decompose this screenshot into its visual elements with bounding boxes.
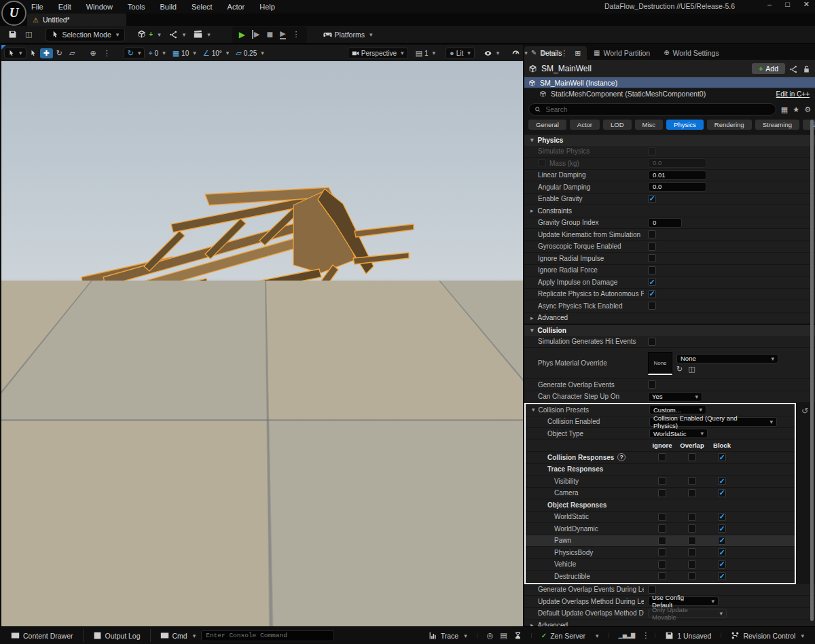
details-settings-icon[interactable]: ⚙ [804,106,811,113]
performance-dropdown[interactable]: ▾ [508,48,531,59]
close-button[interactable]: ✕ [803,0,810,9]
launch-button[interactable]: ▶ [280,29,285,39]
use-selected-asset-icon[interactable]: ↻ [676,365,683,373]
async-physics-checkbox[interactable] [648,302,656,310]
menu-help[interactable]: Help [259,3,275,11]
vehicle-block-checkbox[interactable] [718,560,726,569]
filter-rendering[interactable]: Rendering [707,120,752,130]
camera-block-checkbox[interactable] [718,489,726,497]
menu-build[interactable]: Build [160,3,177,11]
vehicle-overlap-checkbox[interactable] [688,560,696,569]
play-button[interactable]: ▶ [239,30,245,39]
browse-to-asset-icon[interactable]: ◫ [688,365,695,373]
mass-field[interactable]: 0.0 [648,158,706,168]
worldstatic-overlap-checkbox[interactable] [688,513,696,521]
collision-responses-ignore-checkbox[interactable] [658,453,666,461]
worlddynamic-ignore-checkbox[interactable] [658,524,666,533]
edit-in-cpp-link[interactable]: Edit in C++ [776,90,810,98]
level-viewport[interactable]: ▾ ✚ ↻ ▱ ⊕ ⋮ ↻▾ ⌖0▾ ▦10▾ ∠10°▾ ▱0.25▾ Per… [1,45,523,626]
group-physics-advanced[interactable]: ▸Advanced [524,312,815,325]
play-options-kebab[interactable]: ⋮ [293,31,300,38]
vehicle-ignore-checkbox[interactable] [658,560,666,569]
level-tab-untitled[interactable]: ⚠ Untitled* [27,14,126,26]
snap-cycle-dropdown[interactable]: ↻▾ [124,48,145,59]
viewport-kebab[interactable]: ⋮ [557,48,571,58]
object-type-dropdown[interactable]: WorldStatic▾ [649,429,708,438]
ignore-radial-force-checkbox[interactable] [648,266,656,274]
camera-ignore-checkbox[interactable] [658,489,666,497]
section-collision[interactable]: ▾Collision [524,324,815,336]
scale-snap-dropdown[interactable]: ▱0.25▾ [232,48,267,58]
details-scrollbar[interactable] [810,120,814,621]
display-filter-icon[interactable]: ▦ [781,106,788,113]
grid-snap-dropdown[interactable]: ▦10▾ [169,48,200,58]
physicsbody-ignore-checkbox[interactable] [658,548,666,556]
enable-gravity-checkbox[interactable] [648,195,656,203]
pawn-block-checkbox[interactable] [718,537,726,545]
maximize-viewport-button[interactable]: ⊞ [571,48,584,58]
search-field[interactable] [545,105,770,114]
console-command-input[interactable] [201,630,334,641]
visibility-block-checkbox[interactable] [718,477,726,485]
phys-material-thumbnail[interactable]: None [648,352,672,375]
filter-lod[interactable]: LOD [603,120,632,130]
gyroscopic-torque-checkbox[interactable] [648,243,656,251]
collision-responses-overlap-checkbox[interactable] [688,453,696,461]
simulate-physics-checkbox[interactable] [648,147,656,156]
destructible-block-checkbox[interactable] [718,572,726,580]
destructible-ignore-checkbox[interactable] [658,572,666,580]
surface-snap-dropdown[interactable]: ⌖0▾ [145,48,168,58]
pawn-ignore-checkbox[interactable] [658,537,666,545]
pawn-overlap-checkbox[interactable] [688,537,696,545]
content-drawer-button[interactable]: Content Drawer [5,631,79,640]
trace-dropdown[interactable]: Trace▾ [423,631,473,640]
mass-override-checkbox[interactable] [538,159,546,167]
menu-select[interactable]: Select [192,3,213,11]
blueprints-button[interactable]: ▾ [165,29,190,40]
screenshot-icon[interactable]: ▤ [499,632,508,639]
collision-enabled-dropdown[interactable]: Collision Enabled (Query and Physics)▾ [649,417,777,427]
worlddynamic-block-checkbox[interactable] [718,524,726,533]
unsaved-button[interactable]: 1 Unsaved [659,631,717,640]
filter-streaming[interactable]: Streaming [755,120,799,130]
viewport-mode-dropdown[interactable]: ▾ [4,48,26,58]
hit-events-checkbox[interactable] [648,338,656,346]
update-overlaps-dropdown[interactable]: Use Config Default▾ [648,596,719,606]
update-kinematic-checkbox[interactable] [648,230,656,238]
cinematics-button[interactable]: ▾ [189,29,215,40]
reset-to-default-icon[interactable]: ↺ [801,406,808,416]
multi-view-dropdown[interactable]: ▤1▾ [412,48,439,58]
camera-overlap-checkbox[interactable] [688,489,696,497]
component-tree-staticmesh[interactable]: StaticMeshComponent (StaticMeshComponent… [524,88,815,99]
tab-world-partition[interactable]: ▦ World Partition [587,46,657,60]
collision-preset-dropdown[interactable]: Custom...▾ [649,405,706,414]
worldstatic-block-checkbox[interactable] [718,513,726,521]
component-tree-root[interactable]: SM_MainWell (Instance) [524,77,815,88]
select-tool[interactable] [26,48,40,58]
cmd-dropdown[interactable]: Cmd▾ [155,631,202,640]
worlddynamic-overlap-checkbox[interactable] [688,524,696,533]
visibility-overlap-checkbox[interactable] [688,477,696,485]
viewport-3d-scene[interactable] [1,61,523,626]
move-tool[interactable]: ✚ [40,48,53,58]
platforms-dropdown[interactable]: Platforms ▾ [319,29,377,40]
lock-icon[interactable] [802,65,811,73]
destructible-overlap-checkbox[interactable] [688,572,696,580]
background-tasks-icon[interactable] [509,632,527,639]
physicsbody-overlap-checkbox[interactable] [688,548,696,556]
stop-button[interactable]: ■ [266,29,273,41]
output-log-button[interactable]: Output Log [88,631,146,640]
browse-components-icon[interactable] [789,65,798,73]
filter-actor[interactable]: Actor [570,120,600,130]
status-kebab[interactable]: ⋮ [640,632,651,639]
transform-kebab[interactable]: ⋮ [100,48,114,58]
group-constraints[interactable]: ▸Constraints [524,205,815,217]
view-mode-lit-dropdown[interactable]: ●Lit▾ [446,48,475,59]
unreal-logo[interactable]: U [1,1,26,26]
default-update-overlaps-dropdown[interactable]: Only Update Movable▾ [648,609,727,618]
details-search-input[interactable] [528,103,776,115]
menu-file[interactable]: File [31,3,43,11]
angular-damping-field[interactable]: 0.0 [648,182,706,192]
physicsbody-block-checkbox[interactable] [718,548,726,556]
menu-edit[interactable]: Edit [58,3,71,11]
